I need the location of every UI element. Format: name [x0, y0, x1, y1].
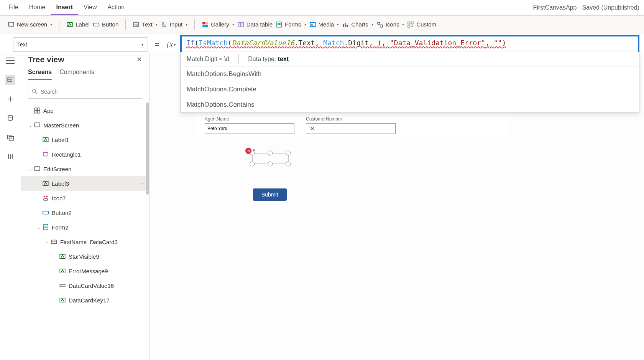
svg-rect-18: [310, 22, 315, 26]
left-rail: [0, 52, 21, 360]
submit-button[interactable]: Submit: [253, 188, 287, 201]
tree-node[interactable]: Rectangle1···: [21, 147, 149, 162]
property-selector[interactable]: Text ▾: [13, 37, 148, 52]
chevron-down-icon[interactable]: ▾: [253, 148, 255, 153]
svg-rect-27: [408, 25, 410, 27]
tab-home[interactable]: Home: [24, 1, 51, 15]
fx-button[interactable]: ƒx▾: [166, 41, 176, 49]
intellisense-dropdown: Match.Digit = \d Data type: text MatchOp…: [180, 52, 639, 113]
insert-custom-button[interactable]: Custom: [407, 21, 436, 28]
label-icon: [42, 136, 49, 144]
insert-input-label: Input: [170, 21, 182, 28]
tree-node[interactable]: ⌄FirstName_DataCard3···: [21, 234, 149, 249]
tree-node[interactable]: DataCardValue16···: [21, 278, 149, 293]
icons-icon: [376, 21, 383, 28]
rail-data[interactable]: [5, 113, 15, 123]
tree-node[interactable]: DataCardKey17···: [21, 293, 149, 307]
svg-point-56: [46, 196, 48, 198]
svg-rect-48: [34, 111, 37, 113]
intellisense-option[interactable]: MatchOptions.BeginsWith: [181, 66, 639, 82]
chevron-down-icon: ▾: [371, 22, 373, 26]
tab-insert[interactable]: Insert: [51, 1, 78, 15]
close-icon[interactable]: ✕: [136, 55, 142, 64]
insert-forms-button[interactable]: Forms ▾: [276, 21, 306, 28]
insert-button-button[interactable]: Button: [93, 21, 118, 28]
tree-scrollbar[interactable]: [146, 102, 149, 360]
more-icon[interactable]: ···: [138, 180, 145, 187]
input-agentname[interactable]: [205, 123, 294, 134]
svg-rect-62: [51, 240, 57, 244]
button-icon: [42, 209, 49, 216]
insert-gallery-button[interactable]: Gallery ▾: [202, 21, 234, 28]
new-screen-button[interactable]: New screen ▾: [8, 21, 52, 28]
tree-node[interactable]: ⌄EditScreen···: [21, 162, 149, 176]
chevron-down-icon: ▾: [156, 22, 158, 26]
forms-icon: [276, 21, 283, 28]
svg-rect-58: [43, 211, 49, 214]
tree-node-label: Rectangle1: [52, 151, 81, 158]
tree-node[interactable]: App···: [21, 103, 149, 118]
insert-input-button[interactable]: Input ▾: [161, 21, 187, 28]
insert-gallery-label: Gallery: [211, 21, 229, 28]
intellisense-option[interactable]: MatchOptions.Complete: [181, 82, 639, 97]
svg-point-73: [268, 151, 273, 155]
rail-advanced[interactable]: [5, 152, 15, 162]
expand-toggle[interactable]: ⌄: [27, 167, 33, 171]
charts-icon: [342, 21, 349, 28]
tab-view[interactable]: View: [78, 1, 102, 15]
intellisense-hint: Match.Digit = \d Data type: text: [181, 52, 639, 66]
rail-hamburger[interactable]: [5, 56, 15, 66]
tree-tab-components[interactable]: Components: [59, 66, 94, 80]
insert-text-button[interactable]: Abc Text ▾: [133, 21, 158, 28]
hint-datatype: Data type: text: [248, 56, 289, 63]
error-icon[interactable]: ✕: [245, 148, 251, 154]
svg-point-75: [250, 162, 255, 166]
tab-file[interactable]: File: [3, 1, 24, 15]
insert-ribbon: New screen ▾ Label Button Abc Text ▾: [0, 16, 644, 33]
insert-datatable-button[interactable]: Data table: [237, 21, 273, 28]
tree-node-label: Form2: [52, 224, 68, 231]
svg-text:Abc: Abc: [135, 23, 140, 26]
chevron-down-icon: ▾: [50, 22, 52, 26]
insert-label-text: Label: [76, 21, 90, 28]
tree-node[interactable]: Button2···: [21, 205, 149, 220]
expand-toggle[interactable]: ⌄: [36, 225, 42, 230]
rail-media[interactable]: [5, 132, 15, 142]
tab-action[interactable]: Action: [102, 1, 130, 15]
label-icon: [59, 267, 66, 275]
rail-insert[interactable]: [5, 94, 15, 104]
svg-rect-46: [34, 108, 37, 110]
svg-rect-21: [345, 23, 346, 27]
tree-node[interactable]: StarVisible9···: [21, 249, 149, 264]
tree-node[interactable]: ErrorMessage9···: [21, 264, 149, 278]
rail-tree-view[interactable]: [5, 75, 15, 85]
expand-toggle[interactable]: ⌄: [44, 240, 50, 244]
input-customernumber[interactable]: [306, 123, 396, 134]
screen-icon: [8, 21, 15, 28]
tree-node[interactable]: Label3···: [21, 176, 149, 191]
tree-node[interactable]: Icon7···: [21, 191, 149, 205]
hamburger-icon: [6, 58, 15, 64]
tree-tab-screens[interactable]: Screens: [28, 66, 52, 80]
expand-toggle[interactable]: ⌄: [27, 123, 33, 127]
insert-charts-button[interactable]: Charts ▾: [342, 21, 373, 28]
tree-node-label: Icon7: [52, 195, 66, 201]
tree-node-label: ErrorMessage9: [69, 268, 108, 274]
tree-search[interactable]: [28, 85, 142, 99]
svg-point-43: [12, 155, 13, 157]
tree-node-label: Button2: [52, 210, 72, 216]
app-title: FirstCanvasApp - Saved (Unpublished): [533, 4, 641, 11]
insert-label-button[interactable]: Label: [66, 21, 90, 28]
tree-search-input[interactable]: [40, 88, 139, 95]
svg-rect-20: [343, 24, 344, 27]
tree-node[interactable]: Label1···: [21, 132, 149, 147]
selected-control[interactable]: ✕ ▾: [249, 150, 291, 167]
tree-node[interactable]: ⌄MasterScreen···: [21, 118, 149, 132]
insert-icons-button[interactable]: Icons ▾: [376, 21, 404, 28]
svg-point-76: [268, 162, 273, 166]
insert-media-button[interactable]: Media ▾: [309, 21, 339, 28]
card-icon: [50, 238, 58, 246]
tree-node[interactable]: ⌄Form2···: [21, 220, 149, 234]
text-icon: Abc: [133, 21, 140, 28]
intellisense-option[interactable]: MatchOptions.Contains: [181, 97, 639, 112]
